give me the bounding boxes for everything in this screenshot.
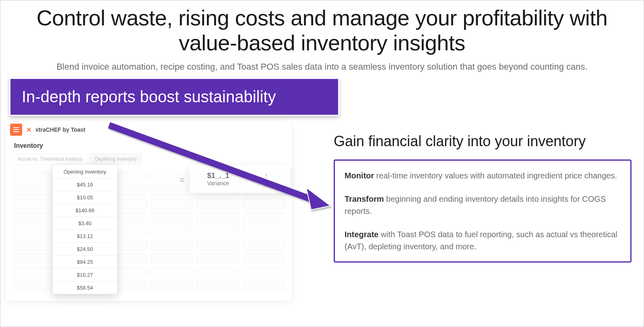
hero-subhead: Blend invoice automation, recipe costing… <box>12 62 632 72</box>
feature-integrate: Integrate with Toast POS data to fuel re… <box>345 228 621 252</box>
hamburger-icon[interactable] <box>10 124 22 136</box>
list-item: $3.40 <box>53 217 117 230</box>
list-item: $10.27 <box>53 268 117 281</box>
list-item: $58.54 <box>53 281 117 294</box>
brand-icon: ✕ <box>26 126 31 134</box>
list-item: $94.25 <box>53 255 117 268</box>
annotation-arrow-icon <box>105 121 343 218</box>
list-item: $13.12 <box>53 230 117 242</box>
feature-list-box: Monitor real-time inventory values with … <box>334 159 632 263</box>
list-item: $24.50 <box>53 242 117 255</box>
feature-monitor: Monitor real-time inventory values with … <box>345 170 621 182</box>
svg-line-0 <box>109 125 318 202</box>
section-heading: Gain financial clarity into your invento… <box>334 132 632 150</box>
callout-banner: In-depth reports boost sustainability <box>9 78 339 116</box>
hero-headline: Control waste, rising costs and manage y… <box>12 5 632 55</box>
tab-avt[interactable]: Actual vs. Theoretical Analysis <box>12 153 88 165</box>
feature-transform: Transform beginning and ending inventory… <box>345 193 621 217</box>
brand-label: xtraCHEF by Toast <box>35 126 85 133</box>
svg-marker-1 <box>306 188 330 210</box>
